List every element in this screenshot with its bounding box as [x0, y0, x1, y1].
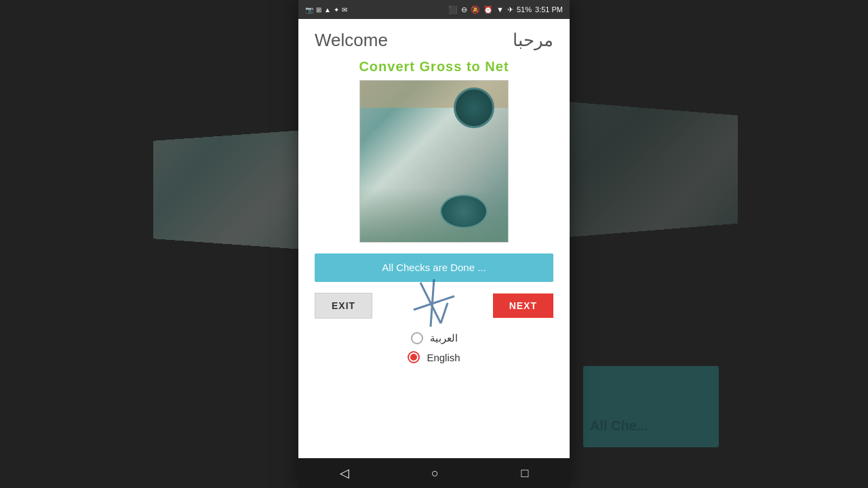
app-subtitle: Convert Gross to Net	[298, 56, 570, 80]
buttons-row: EXIT NEXT	[298, 287, 570, 324]
radio-label-english: English	[427, 352, 460, 363]
bg-currency-note-left	[153, 129, 298, 250]
mail-icon: ✉	[342, 6, 347, 14]
phone-container: 📷 ⊞ ▲ ✦ ✉ ⬛ ⊖ 🔕 ⏰ ▼ ✈ 51% 3:51 PM Welcom…	[298, 0, 570, 488]
time-text: 3:51 PM	[535, 5, 563, 14]
bg-right-panel: All Che...	[570, 0, 868, 488]
exit-button[interactable]: EXIT	[315, 293, 372, 319]
cast-icon: ⬛	[448, 5, 458, 14]
minus-icon: ⊖	[461, 5, 467, 14]
bg-left-panel	[0, 0, 298, 488]
airplane-icon: ✈	[507, 5, 513, 14]
radio-english[interactable]: English	[408, 351, 460, 363]
radio-arabic[interactable]: العربية	[411, 332, 458, 344]
back-button[interactable]: ◁	[340, 466, 349, 481]
home-button[interactable]: ○	[431, 466, 439, 481]
next-button[interactable]: NEXT	[493, 293, 553, 318]
camera-icon: 📷	[305, 6, 313, 14]
status-bar-right: ⬛ ⊖ 🔕 ⏰ ▼ ✈ 51% 3:51 PM	[448, 5, 563, 14]
svg-line-1	[441, 303, 448, 323]
svg-line-3	[431, 279, 434, 327]
grid-icon: ⊞	[316, 6, 321, 14]
recent-button[interactable]: □	[521, 466, 528, 481]
battery-text: 51%	[517, 5, 532, 14]
bg-teal-box	[583, 366, 719, 447]
wifi-icon: ▼	[496, 5, 504, 14]
svg-line-0	[420, 283, 441, 323]
header-row: Welcome مرحبا	[298, 19, 570, 56]
welcome-english: Welcome	[315, 30, 388, 51]
currency-oval	[440, 195, 488, 228]
status-bar-icons: 📷 ⊞ ▲ ✦ ✉	[305, 6, 347, 14]
currency-seal	[454, 87, 494, 128]
status-banner: All Checks are Done ...	[315, 253, 553, 282]
app-content: Welcome مرحبا Convert Gross to Net All C…	[298, 19, 570, 458]
bell-icon: 🔕	[471, 5, 480, 14]
welcome-arabic: مرحبا	[513, 30, 553, 51]
cloud-icon: ▲	[324, 6, 331, 14]
alarm-icon: ⏰	[484, 5, 493, 14]
status-banner-text: All Checks are Done ...	[382, 262, 486, 273]
bg-currency-note-right	[570, 100, 738, 240]
radio-label-arabic: العربية	[430, 332, 458, 344]
language-radio-group: العربية English	[298, 324, 570, 369]
radio-circle-english	[408, 351, 420, 363]
status-bar: 📷 ⊞ ▲ ✦ ✉ ⬛ ⊖ 🔕 ⏰ ▼ ✈ 51% 3:51 PM	[298, 0, 570, 19]
bottom-navigation: ◁ ○ □	[298, 458, 570, 488]
svg-line-2	[414, 296, 454, 310]
nbc-icon: ✦	[334, 6, 339, 14]
currency-image	[359, 80, 509, 243]
bg-teal-text: All Che...	[590, 418, 648, 434]
radio-circle-arabic	[411, 332, 423, 344]
